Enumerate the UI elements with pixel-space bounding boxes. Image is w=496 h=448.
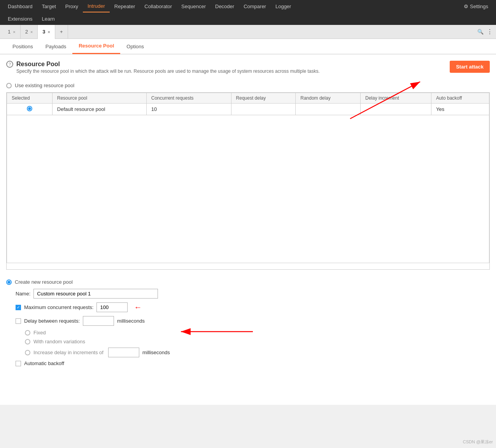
row-radio[interactable] — [27, 106, 32, 111]
increment-input[interactable] — [108, 348, 139, 357]
menu-settings[interactable]: ⚙ Settings — [459, 0, 493, 12]
delay-input[interactable] — [83, 316, 114, 326]
max-concurrent-label: Maximum concurrent requests: — [24, 304, 93, 310]
search-icon[interactable]: 🔍 — [477, 29, 484, 35]
delay-checkbox[interactable] — [16, 318, 21, 324]
resource-pool-table-section: Selected Resource pool Concurrent reques… — [6, 92, 490, 270]
menu-intruder[interactable]: Intruder — [83, 0, 110, 12]
delay-label: Delay between requests: — [24, 318, 80, 324]
row-pool-name: Default resource pool — [52, 104, 146, 115]
main-content: ? Resource Pool Specify the resource poo… — [0, 54, 496, 405]
fixed-radio-row[interactable]: Fixed — [25, 330, 490, 336]
row-random-delay — [296, 104, 361, 115]
menu-dashboard[interactable]: Dashboard — [3, 0, 37, 12]
auto-backoff-checkbox[interactable] — [16, 361, 21, 366]
start-attack-button[interactable]: Start attack — [450, 61, 490, 73]
subtab-positions[interactable]: Positions — [6, 39, 39, 54]
menu-extensions[interactable]: Extensions — [3, 12, 37, 25]
section-title: Resource Pool — [16, 61, 320, 68]
row-request-delay — [231, 104, 296, 115]
new-tab-button[interactable]: + — [55, 25, 68, 39]
create-new-radio-label[interactable]: Create new resource pool — [6, 279, 490, 285]
tabbar-actions: 🔍 ⋮ — [477, 28, 493, 35]
use-existing-radio-label[interactable]: Use existing resource pool — [6, 83, 490, 88]
menu-decoder[interactable]: Decoder — [210, 0, 239, 12]
row-delay-increment — [361, 104, 431, 115]
max-concurrent-input[interactable] — [96, 302, 128, 312]
milliseconds2-label: milliseconds — [142, 350, 170, 355]
row-concurrent: 10 — [146, 104, 231, 115]
use-existing-radio[interactable] — [6, 83, 12, 88]
tab-2[interactable]: 2 × — [21, 25, 38, 39]
table-row[interactable]: Default resource pool 10 Yes — [7, 104, 489, 115]
col-selected: Selected — [7, 93, 53, 104]
col-resource-pool: Resource pool — [52, 93, 146, 104]
col-request-delay: Request delay — [231, 93, 296, 104]
name-label: Name: — [16, 291, 30, 297]
watermark: CSDN @果冻er — [463, 439, 493, 445]
tab-bar: 1 × 2 × 3 × + 🔍 ⋮ — [0, 25, 496, 39]
increase-delay-radio-row[interactable]: Increase delay in increments of millisec… — [25, 348, 490, 357]
col-random-delay: Random delay — [296, 93, 361, 104]
row-selected-cell — [7, 104, 53, 115]
main-menubar: Dashboard Target Proxy Intruder Repeater… — [0, 0, 496, 12]
auto-backoff-label: Automatic backoff — [24, 360, 64, 366]
name-input[interactable] — [33, 289, 158, 299]
menu-comparer[interactable]: Comparer — [239, 0, 271, 12]
more-options-icon[interactable]: ⋮ — [487, 28, 493, 35]
subtab-options[interactable]: Options — [120, 39, 150, 54]
auto-backoff-row: Automatic backoff — [6, 360, 490, 366]
max-concurrent-checkbox[interactable] — [16, 305, 21, 310]
subtab-bar: Positions Payloads Resource Pool Options — [0, 39, 496, 54]
fixed-radio[interactable] — [25, 330, 30, 336]
random-variations-radio[interactable] — [25, 339, 30, 344]
subtab-resource-pool[interactable]: Resource Pool — [72, 39, 120, 54]
tab-1[interactable]: 1 × — [3, 25, 21, 39]
menu-target[interactable]: Target — [37, 0, 61, 12]
menu-repeater[interactable]: Repeater — [110, 0, 140, 12]
subtab-payloads[interactable]: Payloads — [39, 39, 72, 54]
col-concurrent: Concurrent requests — [146, 93, 231, 104]
menu-proxy[interactable]: Proxy — [61, 0, 83, 12]
section-header: ? Resource Pool Specify the resource poo… — [6, 61, 490, 79]
col-delay-increment: Delay increment — [361, 93, 431, 104]
section-description: Specify the resource pool in which the a… — [16, 68, 320, 75]
settings-icon: ⚙ — [464, 4, 468, 9]
tab-3[interactable]: 3 × — [38, 25, 55, 39]
arrow-left-annotation: ← — [134, 303, 142, 312]
delay-row: Delay between requests: milliseconds — [6, 316, 490, 326]
menu-learn[interactable]: Learn — [37, 12, 60, 25]
menu-sequencer[interactable]: Sequencer — [177, 0, 210, 12]
help-icon[interactable]: ? — [6, 61, 13, 68]
name-row: Name: — [6, 289, 490, 299]
new-pool-section: Create new resource pool Name: Maximum c… — [6, 276, 490, 373]
max-concurrent-row: Maximum concurrent requests: ← — [6, 302, 490, 312]
random-variations-radio-row[interactable]: With random variations — [25, 339, 490, 344]
create-new-radio[interactable] — [6, 279, 12, 285]
menu-collaborator[interactable]: Collaborator — [140, 0, 177, 12]
fixed-option-row: Fixed With random variations Increase de… — [6, 330, 490, 357]
tab-2-close[interactable]: × — [30, 30, 33, 34]
col-auto-backoff: Auto backoff — [431, 93, 489, 104]
resource-pool-table: Selected Resource pool Concurrent reques… — [7, 93, 489, 263]
menu-logger[interactable]: Logger — [271, 0, 296, 12]
tab-3-close[interactable]: × — [48, 30, 50, 34]
increase-delay-radio[interactable] — [25, 350, 30, 355]
row-auto-backoff: Yes — [431, 104, 489, 115]
tab-1-close[interactable]: × — [13, 30, 15, 34]
secondary-menubar: Extensions Learn — [0, 12, 496, 25]
milliseconds-label: milliseconds — [117, 318, 145, 324]
